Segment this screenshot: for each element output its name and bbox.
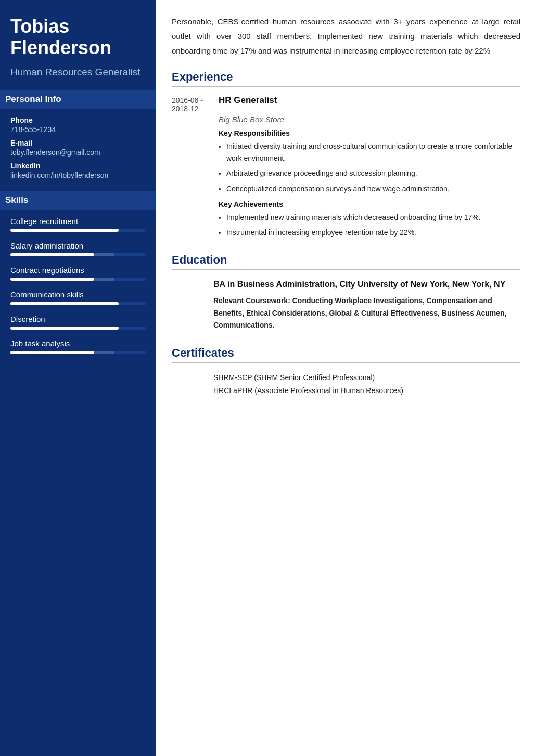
exp-role: HR Generalist bbox=[219, 95, 277, 106]
certificates-title: Certificates bbox=[172, 346, 520, 363]
education-title: Education bbox=[172, 253, 520, 270]
edu-degree: BA in Business Administration, City Univ… bbox=[213, 278, 520, 291]
skills-header: Skills bbox=[0, 191, 156, 210]
skill-contract-negotiations: Contract negotiations bbox=[10, 266, 146, 281]
skill-communication-skills: Communication skills bbox=[10, 290, 146, 305]
responsibilities-list: Initiated diversity training and cross-c… bbox=[226, 140, 520, 194]
education-section: Education BA in Business Administration,… bbox=[172, 253, 520, 332]
exp-date-role-row: 2016-06 - 2018-12 HR Generalist bbox=[172, 95, 520, 113]
cert-item-1: SHRM-SCP (SHRM Senior Certified Professi… bbox=[213, 371, 520, 384]
list-item: Arbitrated grievance proceedings and suc… bbox=[226, 167, 520, 179]
skill-discretion: Discretion bbox=[10, 315, 146, 330]
list-item: Initiated diversity training and cross-c… bbox=[226, 140, 520, 164]
experience-title: Experience bbox=[172, 70, 520, 87]
achievements-list: Implemented new training materials which… bbox=[226, 212, 520, 239]
cert-item-2: HRCI aPHR (Associate Professional in Hum… bbox=[213, 384, 520, 397]
skills-section: Skills College recruitment Salary admini… bbox=[10, 191, 146, 354]
experience-block-1: 2016-06 - 2018-12 HR Generalist Big Blue… bbox=[172, 95, 520, 239]
candidate-name: TobiasFlenderson bbox=[10, 16, 146, 59]
personal-info-header: Personal Info bbox=[0, 90, 156, 109]
responsibilities-header: Key Responsibilities bbox=[219, 129, 520, 137]
linkedin-value: linkedin.com/in/tobyflenderson bbox=[10, 171, 146, 179]
coursework-label: Relevant Coursework: bbox=[213, 296, 290, 305]
list-item: Conceptualized compensation surveys and … bbox=[226, 183, 520, 195]
certificates-section: Certificates SHRM-SCP (SHRM Senior Certi… bbox=[172, 346, 520, 397]
achievements-header: Key Achievements bbox=[219, 200, 520, 208]
phone-label: Phone bbox=[10, 116, 146, 124]
exp-date-start: 2016-06 - 2018-12 bbox=[172, 95, 219, 113]
list-item: Instrumental in increasing employee rete… bbox=[226, 227, 520, 239]
main-content: Personable, CEBS-certified human resourc… bbox=[156, 0, 536, 756]
candidate-title: Human Resources Generalist bbox=[10, 66, 146, 79]
experience-section: Experience 2016-06 - 2018-12 HR Generali… bbox=[172, 70, 520, 239]
email-value: toby.flenderson@gmail.com bbox=[10, 148, 146, 157]
skill-college-recruitment: College recruitment bbox=[10, 217, 146, 232]
edu-coursework: Relevant Coursework: Conducting Workplac… bbox=[213, 295, 520, 332]
exp-company: Big Blue Box Store bbox=[219, 115, 520, 124]
sidebar: TobiasFlenderson Human Resources General… bbox=[0, 0, 156, 756]
education-block-1: BA in Business Administration, City Univ… bbox=[172, 278, 520, 332]
skill-salary-administration: Salary administration bbox=[10, 241, 146, 256]
email-label: E-mail bbox=[10, 139, 146, 147]
linkedin-label: LinkedIn bbox=[10, 162, 146, 170]
summary-text: Personable, CEBS-certified human resourc… bbox=[172, 15, 520, 58]
list-item: Implemented new training materials which… bbox=[226, 212, 520, 224]
phone-value: 718-555-1234 bbox=[10, 125, 146, 134]
certificates-list: SHRM-SCP (SHRM Senior Certified Professi… bbox=[172, 371, 520, 397]
skill-job-task-analysis: Job task analysis bbox=[10, 339, 146, 354]
